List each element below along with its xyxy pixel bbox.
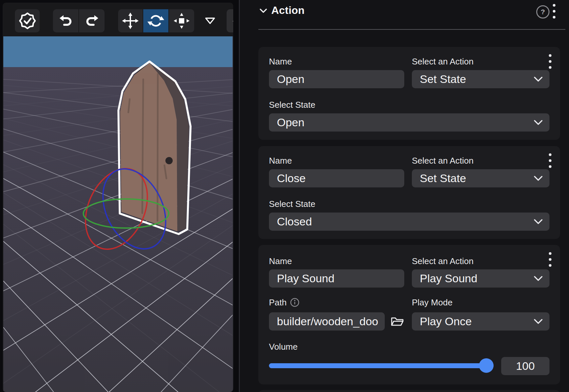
redo-button[interactable] (79, 9, 105, 32)
name-input[interactable]: Open (269, 70, 404, 88)
chevron-down-icon (534, 319, 543, 324)
name-value: Play Sound (277, 272, 334, 285)
badge-check-icon (18, 12, 37, 30)
name-label: Name (269, 56, 292, 67)
state-value: Closed (277, 215, 312, 228)
action-card-close: Name Close Select an Action Set State Se… (258, 146, 560, 239)
action-card-next-partial (258, 390, 560, 392)
action-select[interactable]: Play Sound (412, 269, 549, 288)
chevron-down-icon (534, 176, 543, 181)
state-select[interactable]: Open (269, 113, 549, 132)
volume-slider-thumb[interactable] (479, 358, 494, 373)
path-input[interactable]: builder/wooden_doo (269, 312, 385, 331)
name-label: Name (269, 155, 292, 166)
card-menu-button[interactable] (547, 251, 553, 268)
scale-tool-button[interactable] (169, 9, 194, 32)
action-label: Select an Action (412, 56, 473, 67)
squiggle-icon (231, 12, 233, 30)
action-card-open: Name Open Select an Action Set State Sel… (258, 47, 560, 140)
chevron-down-icon (534, 276, 543, 281)
action-label: Select an Action (412, 155, 473, 166)
view-options-button[interactable] (201, 9, 219, 32)
move-icon (121, 12, 139, 30)
volume-label: Volume (269, 341, 298, 352)
header-divider (258, 29, 565, 30)
action-panel: Action ? Name Open Select an Action Set … (239, 0, 569, 392)
scene-canvas[interactable] (3, 36, 233, 392)
name-input[interactable]: Close (269, 169, 404, 187)
sky (3, 36, 233, 67)
action-select[interactable]: Set State (412, 70, 549, 88)
name-input[interactable]: Play Sound (269, 269, 404, 288)
state-label: Select State (269, 199, 315, 209)
play-mode-label: Play Mode (412, 297, 453, 308)
door-knob (165, 157, 173, 164)
info-icon[interactable] (290, 298, 299, 307)
path-label-text: Path (269, 297, 287, 308)
side-panel-toggle-button[interactable] (227, 9, 233, 32)
chevron-down-icon (534, 120, 543, 125)
card-menu-button[interactable] (547, 152, 553, 169)
action-select[interactable]: Set State (412, 169, 549, 187)
settings-button[interactable] (15, 9, 40, 32)
chevron-down-icon (534, 219, 543, 224)
state-label: Select State (269, 99, 315, 110)
panel-title: Action (271, 4, 305, 17)
door-object[interactable] (118, 61, 191, 234)
action-value: Play Sound (420, 272, 477, 285)
action-card-play-sound: Name Play Sound Select an Action Play So… (258, 245, 560, 384)
help-glyph: ? (541, 8, 545, 16)
undo-button[interactable] (53, 9, 78, 32)
volume-slider[interactable] (269, 363, 494, 368)
viewport-window (3, 3, 233, 392)
help-button[interactable]: ? (536, 5, 549, 19)
volume-value: 100 (516, 360, 535, 372)
path-label: Path (269, 297, 299, 308)
rotate-tool-button[interactable] (143, 9, 168, 32)
name-value: Close (277, 172, 306, 185)
play-mode-value: Play Once (420, 315, 472, 328)
action-label: Select an Action (412, 256, 473, 266)
name-label: Name (269, 256, 292, 266)
chevron-down-icon (534, 77, 543, 82)
folder-browse-icon[interactable] (390, 315, 404, 328)
3d-scene (3, 36, 233, 392)
path-value: builder/wooden_doo (277, 315, 378, 328)
action-value: Set State (420, 172, 466, 185)
card-menu-button[interactable] (547, 53, 553, 70)
move-tool-button[interactable] (118, 9, 143, 32)
state-value: Open (277, 116, 304, 129)
redo-icon (84, 14, 100, 28)
play-mode-select[interactable]: Play Once (412, 312, 549, 331)
name-value: Open (277, 73, 304, 86)
app-root: { "viewport": { "toolbar": { "buttons": … (0, 0, 569, 392)
volume-value-box[interactable]: 100 (501, 357, 549, 375)
scale-icon (173, 12, 191, 30)
chevron-down-icon[interactable] (259, 8, 267, 14)
panel-menu-button[interactable] (551, 3, 557, 20)
action-value: Set State (420, 73, 466, 86)
undo-icon (58, 14, 73, 28)
viewport-toolbar (3, 3, 233, 36)
rotate-icon (147, 12, 165, 30)
state-select[interactable]: Closed (269, 213, 549, 231)
triangle-down-icon (204, 17, 216, 25)
